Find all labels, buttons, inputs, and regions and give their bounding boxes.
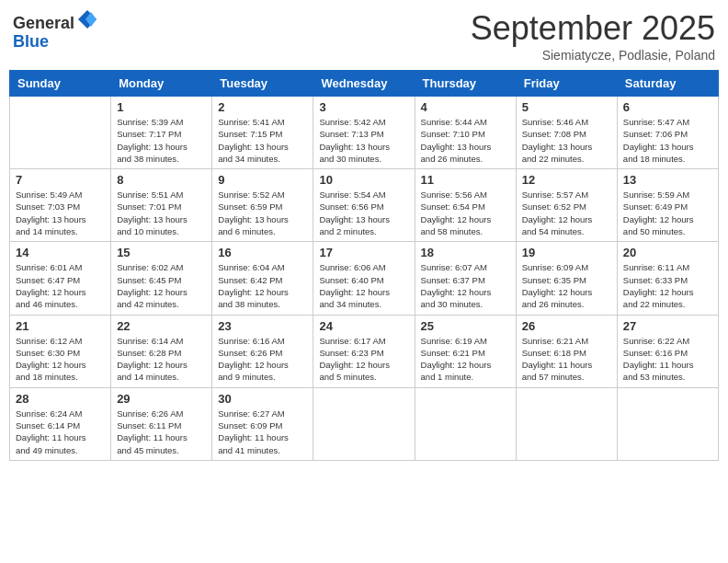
calendar-cell	[415, 387, 516, 460]
calendar-cell: 20Sunrise: 6:11 AM Sunset: 6:33 PM Dayli…	[617, 242, 718, 315]
calendar-cell: 23Sunrise: 6:16 AM Sunset: 6:26 PM Dayli…	[212, 315, 313, 387]
day-info: Sunrise: 6:21 AM Sunset: 6:18 PM Dayligh…	[522, 335, 611, 384]
day-info: Sunrise: 5:57 AM Sunset: 6:52 PM Dayligh…	[522, 189, 611, 237]
day-number: 27	[623, 319, 712, 333]
day-info: Sunrise: 5:39 AM Sunset: 7:17 PM Dayligh…	[117, 116, 206, 165]
day-number: 23	[218, 319, 307, 333]
day-info: Sunrise: 6:24 AM Sunset: 6:14 PM Dayligh…	[16, 408, 105, 456]
calendar-cell: 7Sunrise: 5:49 AM Sunset: 7:03 PM Daylig…	[10, 169, 111, 242]
day-number: 14	[16, 246, 105, 259]
calendar-cell: 12Sunrise: 5:57 AM Sunset: 6:52 PM Dayli…	[516, 169, 617, 242]
calendar-cell: 14Sunrise: 6:01 AM Sunset: 6:47 PM Dayli…	[10, 242, 111, 315]
day-number: 30	[218, 392, 307, 406]
logo-general-text: General	[13, 15, 74, 33]
logo: General Blue	[13, 15, 98, 52]
weekday-header-monday: Monday	[111, 71, 212, 97]
calendar-week-3: 14Sunrise: 6:01 AM Sunset: 6:47 PM Dayli…	[10, 242, 719, 315]
day-info: Sunrise: 6:17 AM Sunset: 6:23 PM Dayligh…	[319, 335, 408, 384]
calendar-cell: 3Sunrise: 5:42 AM Sunset: 7:13 PM Daylig…	[313, 97, 415, 169]
calendar-week-5: 28Sunrise: 6:24 AM Sunset: 6:14 PM Dayli…	[10, 387, 719, 460]
day-info: Sunrise: 6:11 AM Sunset: 6:33 PM Dayligh…	[623, 261, 712, 310]
title-section: September 2025 Siemiatycze, Podlasie, Po…	[471, 9, 715, 63]
day-number: 18	[421, 246, 510, 259]
day-info: Sunrise: 6:26 AM Sunset: 6:11 PM Dayligh…	[117, 408, 206, 456]
day-number: 2	[218, 100, 307, 114]
day-number: 19	[522, 246, 611, 259]
day-info: Sunrise: 6:09 AM Sunset: 6:35 PM Dayligh…	[522, 261, 611, 310]
day-info: Sunrise: 6:06 AM Sunset: 6:40 PM Dayligh…	[319, 261, 408, 310]
day-info: Sunrise: 6:14 AM Sunset: 6:28 PM Dayligh…	[117, 335, 206, 384]
calendar-cell: 8Sunrise: 5:51 AM Sunset: 7:01 PM Daylig…	[111, 169, 212, 242]
calendar-cell: 29Sunrise: 6:26 AM Sunset: 6:11 PM Dayli…	[111, 387, 212, 460]
day-number: 25	[421, 319, 510, 333]
day-info: Sunrise: 5:42 AM Sunset: 7:13 PM Dayligh…	[319, 116, 408, 165]
day-info: Sunrise: 5:44 AM Sunset: 7:10 PM Dayligh…	[421, 116, 510, 165]
day-info: Sunrise: 6:16 AM Sunset: 6:26 PM Dayligh…	[218, 335, 307, 384]
calendar-cell: 9Sunrise: 5:52 AM Sunset: 6:59 PM Daylig…	[212, 169, 313, 242]
day-number: 1	[117, 100, 206, 114]
calendar-subtitle: Siemiatycze, Podlasie, Poland	[471, 48, 715, 63]
day-number: 24	[319, 319, 408, 333]
calendar-cell: 15Sunrise: 6:02 AM Sunset: 6:45 PM Dayli…	[111, 242, 212, 315]
day-info: Sunrise: 6:04 AM Sunset: 6:42 PM Dayligh…	[218, 261, 307, 310]
day-info: Sunrise: 5:49 AM Sunset: 7:03 PM Dayligh…	[16, 189, 105, 237]
day-info: Sunrise: 5:56 AM Sunset: 6:54 PM Dayligh…	[421, 189, 510, 237]
day-number: 16	[218, 246, 307, 259]
calendar-cell: 27Sunrise: 6:22 AM Sunset: 6:16 PM Dayli…	[617, 315, 718, 387]
calendar-cell: 10Sunrise: 5:54 AM Sunset: 6:56 PM Dayli…	[313, 169, 415, 242]
weekday-header-saturday: Saturday	[617, 71, 718, 97]
calendar-week-2: 7Sunrise: 5:49 AM Sunset: 7:03 PM Daylig…	[10, 169, 719, 242]
calendar-week-1: 1Sunrise: 5:39 AM Sunset: 7:17 PM Daylig…	[10, 97, 719, 169]
calendar-body: 1Sunrise: 5:39 AM Sunset: 7:17 PM Daylig…	[10, 97, 719, 461]
calendar-cell: 18Sunrise: 6:07 AM Sunset: 6:37 PM Dayli…	[415, 242, 516, 315]
day-info: Sunrise: 5:51 AM Sunset: 7:01 PM Dayligh…	[117, 189, 206, 237]
day-info: Sunrise: 5:52 AM Sunset: 6:59 PM Dayligh…	[218, 189, 307, 237]
calendar-cell	[516, 387, 617, 460]
day-info: Sunrise: 5:47 AM Sunset: 7:06 PM Dayligh…	[623, 116, 712, 165]
calendar-cell: 22Sunrise: 6:14 AM Sunset: 6:28 PM Dayli…	[111, 315, 212, 387]
calendar-cell: 2Sunrise: 5:41 AM Sunset: 7:15 PM Daylig…	[212, 97, 313, 169]
day-number: 17	[319, 246, 408, 259]
day-number: 9	[218, 173, 307, 187]
day-number: 21	[16, 319, 105, 333]
day-number: 11	[421, 173, 510, 187]
calendar-cell: 19Sunrise: 6:09 AM Sunset: 6:35 PM Dayli…	[516, 242, 617, 315]
day-number: 15	[117, 246, 206, 259]
day-info: Sunrise: 5:46 AM Sunset: 7:08 PM Dayligh…	[522, 116, 611, 165]
logo-icon	[76, 8, 98, 30]
calendar-cell: 5Sunrise: 5:46 AM Sunset: 7:08 PM Daylig…	[516, 97, 617, 169]
calendar-cell	[313, 387, 415, 460]
weekday-header-sunday: Sunday	[10, 71, 111, 97]
calendar-cell: 13Sunrise: 5:59 AM Sunset: 6:49 PM Dayli…	[617, 169, 718, 242]
calendar-cell	[10, 97, 111, 169]
calendar-cell: 1Sunrise: 5:39 AM Sunset: 7:17 PM Daylig…	[111, 97, 212, 169]
calendar-week-4: 21Sunrise: 6:12 AM Sunset: 6:30 PM Dayli…	[10, 315, 719, 387]
calendar-cell: 21Sunrise: 6:12 AM Sunset: 6:30 PM Dayli…	[10, 315, 111, 387]
day-number: 6	[623, 100, 712, 114]
weekday-header-wednesday: Wednesday	[313, 71, 415, 97]
calendar-cell: 16Sunrise: 6:04 AM Sunset: 6:42 PM Dayli…	[212, 242, 313, 315]
day-number: 22	[117, 319, 206, 333]
day-info: Sunrise: 6:27 AM Sunset: 6:09 PM Dayligh…	[218, 408, 307, 456]
day-info: Sunrise: 6:22 AM Sunset: 6:16 PM Dayligh…	[623, 335, 712, 384]
day-number: 3	[319, 100, 408, 114]
calendar-cell: 17Sunrise: 6:06 AM Sunset: 6:40 PM Dayli…	[313, 242, 415, 315]
logo-blue-text: Blue	[13, 33, 98, 52]
calendar-cell: 25Sunrise: 6:19 AM Sunset: 6:21 PM Dayli…	[415, 315, 516, 387]
day-info: Sunrise: 6:19 AM Sunset: 6:21 PM Dayligh…	[421, 335, 510, 384]
day-info: Sunrise: 5:41 AM Sunset: 7:15 PM Dayligh…	[218, 116, 307, 165]
calendar-title: September 2025	[471, 9, 715, 48]
day-info: Sunrise: 5:54 AM Sunset: 6:56 PM Dayligh…	[319, 189, 408, 237]
calendar-cell: 6Sunrise: 5:47 AM Sunset: 7:06 PM Daylig…	[617, 97, 718, 169]
day-number: 4	[421, 100, 510, 114]
calendar-cell: 11Sunrise: 5:56 AM Sunset: 6:54 PM Dayli…	[415, 169, 516, 242]
calendar-cell: 24Sunrise: 6:17 AM Sunset: 6:23 PM Dayli…	[313, 315, 415, 387]
day-number: 13	[623, 173, 712, 187]
weekday-header-friday: Friday	[516, 71, 617, 97]
page-header: General Blue September 2025 Siemiatycze,…	[9, 9, 719, 63]
calendar-cell	[617, 387, 718, 460]
day-number: 20	[623, 246, 712, 259]
day-number: 29	[117, 392, 206, 406]
day-info: Sunrise: 6:07 AM Sunset: 6:37 PM Dayligh…	[421, 261, 510, 310]
calendar-cell: 28Sunrise: 6:24 AM Sunset: 6:14 PM Dayli…	[10, 387, 111, 460]
